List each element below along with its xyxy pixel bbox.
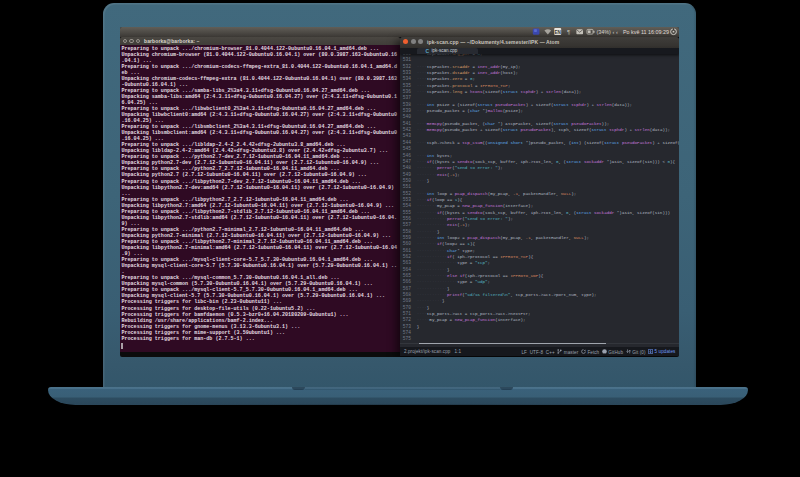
svg-text:Po kvě 11 16:09:29: Po kvě 11 16:09:29 — [623, 29, 669, 35]
svg-text:(34%): (34%) — [596, 29, 611, 35]
svg-text:‹ ‹: ‹ ‹ — [612, 29, 617, 35]
svg-text:¶: ¶ — [567, 29, 570, 35]
svg-text:EN: EN — [554, 30, 561, 35]
